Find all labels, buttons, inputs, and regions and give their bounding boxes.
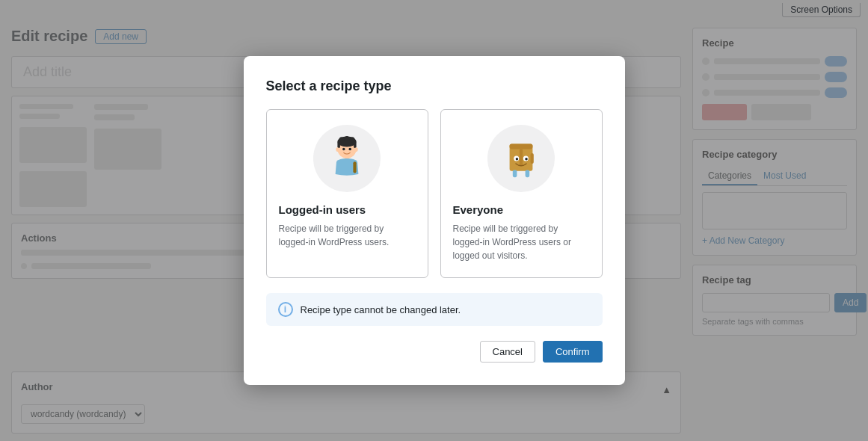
box-illustration (495, 132, 547, 185)
svg-rect-20 (513, 170, 517, 177)
recipe-type-cards: Logged-in users Recipe will be triggered… (266, 109, 603, 278)
svg-rect-15 (520, 149, 523, 165)
svg-point-7 (342, 148, 345, 151)
modal-title: Select a recipe type (266, 78, 603, 94)
logged-in-card[interactable]: Logged-in users Recipe will be triggered… (266, 109, 428, 278)
modal-dialog: Select a recipe type (244, 56, 625, 385)
svg-point-9 (336, 147, 339, 152)
svg-rect-22 (531, 153, 534, 164)
info-icon: i (278, 302, 293, 317)
person-illustration (321, 132, 373, 185)
cancel-button[interactable]: Cancel (480, 341, 535, 363)
confirm-button[interactable]: Confirm (543, 341, 603, 363)
svg-point-10 (355, 147, 358, 152)
everyone-card[interactable]: Everyone Recipe will be triggered by log… (440, 109, 603, 278)
modal-overlay: Select a recipe type (0, 0, 868, 441)
everyone-avatar (487, 125, 555, 192)
svg-rect-12 (353, 161, 356, 173)
logged-in-title: Logged-in users (279, 203, 416, 216)
svg-point-18 (516, 158, 519, 161)
modal-footer: Cancel Confirm (266, 341, 603, 363)
everyone-desc: Recipe will be triggered by logged-in Wo… (453, 222, 590, 262)
svg-rect-3 (354, 142, 357, 148)
svg-point-4 (339, 137, 345, 142)
svg-point-6 (350, 137, 355, 142)
svg-rect-14 (510, 144, 533, 149)
svg-point-5 (345, 136, 350, 141)
everyone-title: Everyone (453, 203, 590, 216)
modal-notice: i Recipe type cannot be changed later. (266, 293, 603, 326)
svg-point-8 (348, 148, 351, 151)
svg-rect-21 (526, 170, 530, 177)
notice-text: Recipe type cannot be changed later. (301, 304, 461, 315)
logged-in-avatar (313, 125, 381, 192)
logged-in-desc: Recipe will be triggered by logged-in Wo… (279, 222, 416, 249)
svg-rect-2 (337, 142, 340, 148)
svg-point-19 (525, 158, 528, 161)
